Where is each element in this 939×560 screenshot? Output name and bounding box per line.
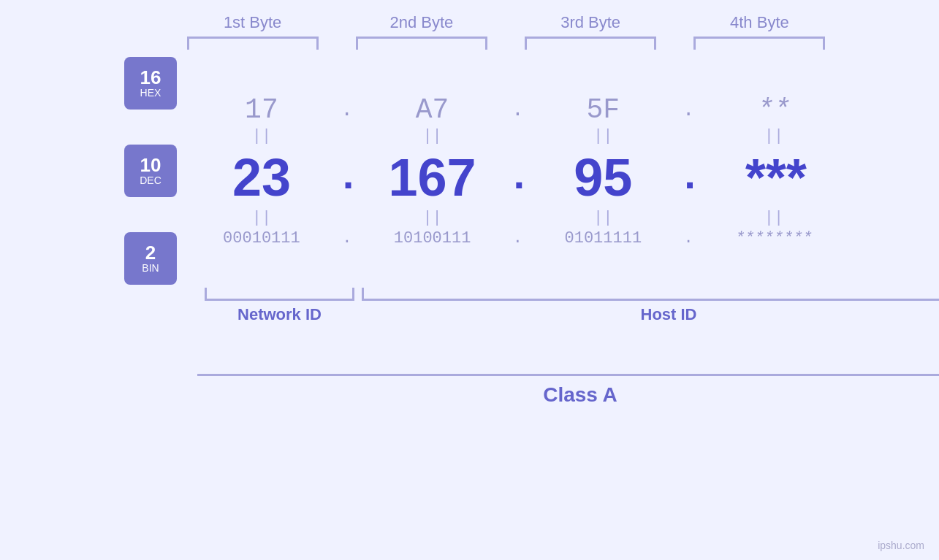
- dec-dot-1: .: [336, 154, 358, 201]
- hex-byte-1: 17: [196, 94, 327, 126]
- eq-2: ||: [367, 126, 498, 147]
- class-label: Class A: [197, 383, 939, 407]
- dec-byte-1: 23: [196, 147, 327, 207]
- dec-dot-3: .: [677, 154, 699, 201]
- base-labels-column: 16 HEX 10 DEC 2 BIN: [124, 57, 177, 285]
- hex-byte-3: 5F: [537, 94, 669, 126]
- hex-byte-2: A7: [367, 94, 498, 126]
- bin-base-number: 2: [145, 243, 156, 262]
- bin-byte-3: 01011111: [537, 229, 669, 248]
- host-bracket: [362, 288, 939, 301]
- bracket-top-1: [187, 37, 319, 50]
- dec-badge: 10 DEC: [124, 145, 177, 197]
- hex-data-row: 17 . A7 . 5F . **: [191, 94, 844, 126]
- eq-1: ||: [196, 126, 327, 147]
- bin-dot-2: .: [506, 229, 528, 248]
- watermark: ipshu.com: [878, 540, 924, 551]
- hex-base-label: HEX: [140, 87, 161, 99]
- host-id-label: Host ID: [362, 305, 939, 324]
- top-brackets: [95, 37, 844, 50]
- network-id-label: Network ID: [205, 305, 354, 324]
- equals-row-2: || || || ||: [191, 207, 844, 229]
- byte-header-3: 3rd Byte: [525, 13, 656, 32]
- dec-base-number: 10: [140, 156, 161, 174]
- hex-base-number: 16: [140, 68, 161, 87]
- class-bar: [197, 374, 939, 376]
- byte-headers-row: 1st Byte 2nd Byte 3rd Byte 4th Byte: [95, 13, 844, 32]
- bracket-top-4: [693, 37, 825, 50]
- dec-byte-3: 95: [537, 147, 669, 207]
- class-section: Class A: [95, 374, 844, 407]
- bottom-section: Network ID Host ID: [95, 288, 844, 331]
- hex-badge: 16 HEX: [124, 57, 177, 110]
- bin-dot-3: .: [677, 229, 699, 248]
- eq-5: ||: [196, 207, 327, 229]
- dec-dot-2: .: [506, 154, 528, 201]
- hex-dot-3: .: [677, 99, 699, 121]
- main-content-area: 16 HEX 10 DEC 2 BIN 17 . A7 . 5F . **: [95, 57, 844, 285]
- data-rows-area: 17 . A7 . 5F . ** || || || || 23: [191, 94, 844, 248]
- dec-base-label: DEC: [140, 174, 161, 187]
- dec-byte-4: ***: [708, 147, 840, 207]
- bin-data-row: 00010111 . 10100111 . 01011111 . *******…: [191, 229, 844, 248]
- byte-header-1: 1st Byte: [187, 13, 319, 32]
- equals-row-1: || || || ||: [191, 126, 844, 147]
- eq-8: ||: [708, 207, 840, 229]
- main-container: 1st Byte 2nd Byte 3rd Byte 4th Byte 16 H…: [0, 0, 939, 560]
- byte-header-2: 2nd Byte: [356, 13, 487, 32]
- eq-7: ||: [537, 207, 669, 229]
- eq-4: ||: [708, 126, 840, 147]
- eq-3: ||: [537, 126, 669, 147]
- bin-byte-4: ********: [708, 229, 840, 248]
- bin-dot-1: .: [336, 229, 358, 248]
- bin-badge: 2 BIN: [124, 232, 177, 285]
- dec-byte-2: 167: [367, 147, 498, 207]
- hex-dot-1: .: [336, 99, 358, 121]
- eq-6: ||: [367, 207, 498, 229]
- bin-byte-1: 00010111: [196, 229, 327, 248]
- dec-data-row: 23 . 167 . 95 . ***: [191, 147, 844, 207]
- network-bracket: [205, 288, 354, 301]
- bin-base-label: BIN: [142, 262, 159, 275]
- bracket-top-3: [525, 37, 656, 50]
- bracket-top-2: [356, 37, 487, 50]
- byte-header-4: 4th Byte: [693, 13, 825, 32]
- bin-byte-2: 10100111: [367, 229, 498, 248]
- hex-byte-4: **: [708, 94, 840, 126]
- hex-dot-2: .: [506, 99, 528, 121]
